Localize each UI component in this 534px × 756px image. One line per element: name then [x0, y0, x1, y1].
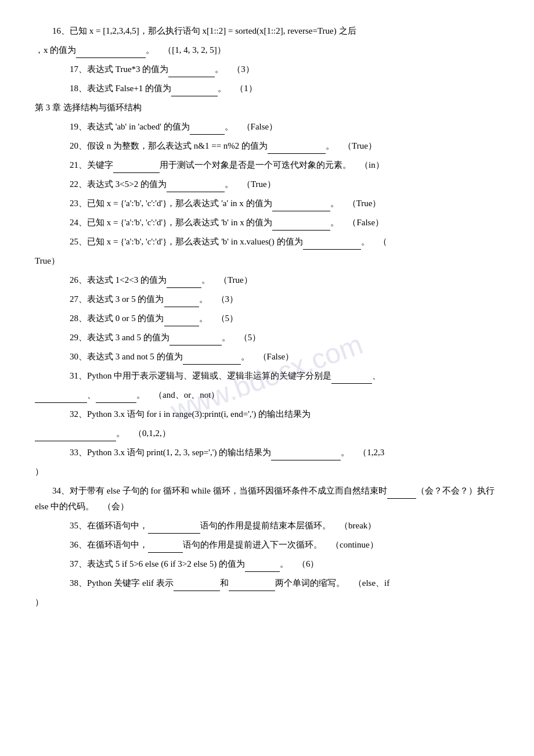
question-27: 27、表达式 3 or 5 的值为。 （3）: [35, 291, 499, 307]
blank-20: [268, 153, 326, 154]
answer-35: （break）: [340, 521, 376, 530]
answer-29: （5）: [239, 333, 261, 342]
question-16: 16、已知 x = [1,2,3,4,5]，那么执行语句 x[1::2] = s…: [35, 23, 499, 39]
question-33-cont: ）: [35, 464, 499, 480]
blank-23: [272, 211, 330, 211]
question-22: 22、表达式 3<5>2 的值为。 （True）: [35, 177, 499, 192]
answer-27: （3）: [217, 294, 239, 304]
question-26: 26、表达式 1<2<3 的值为。 （True）: [35, 272, 499, 288]
question-35: 35、在循环语句中，语句的作用是提前结束本层循环。 （break）: [35, 518, 499, 534]
question-37: 37、表达式 5 if 5>6 else (6 if 3>2 else 5) 的…: [35, 556, 499, 572]
answer-18: （1）: [235, 84, 257, 93]
answer-31: （and、or、not）: [154, 390, 219, 399]
blank-17: [168, 77, 215, 77]
answer-30: （False）: [258, 352, 294, 361]
question-18: 18、表达式 False+1 的值为。 （1）: [35, 81, 499, 96]
answer-19: （False）: [242, 122, 278, 131]
chapter-3-title: 第 3 章 选择结构与循环结构: [35, 100, 499, 116]
question-38-cont: ）: [35, 595, 499, 610]
answer-20: （True）: [343, 141, 377, 150]
question-28: 28、表达式 0 or 5 的值为。 （5）: [35, 311, 499, 326]
answer-24: （False）: [348, 218, 384, 227]
answer-22: （True）: [242, 179, 276, 189]
blank-34: [387, 498, 416, 499]
blank-19: [190, 134, 225, 135]
question-21: 21、关键字用于测试一个对象是否是一个可迭代对象的元素。 （in）: [35, 157, 499, 173]
answer-16: （[1, 4, 3, 2, 5]）: [163, 45, 226, 55]
question-25-cont: True）: [35, 253, 499, 269]
question-34: 34、对于带有 else 子句的 for 循环和 while 循环，当循环因循环…: [35, 483, 499, 514]
answer-23: （True）: [348, 199, 381, 208]
question-19: 19、表达式 'ab' in 'acbed' 的值为。 （False）: [35, 119, 499, 135]
answer-21: （in）: [360, 160, 384, 170]
blank-38a: [174, 591, 220, 591]
blank-36: [148, 552, 183, 553]
blank-29: [169, 345, 222, 345]
content: 16、已知 x = [1,2,3,4,5]，那么执行语句 x[1::2] = s…: [35, 23, 499, 610]
blank-25: [303, 249, 361, 250]
question-33: 33、Python 3.x 语句 print(1, 2, 3, sep=',')…: [35, 445, 499, 460]
blank-24: [272, 230, 330, 231]
answer-34: （会）: [103, 502, 129, 511]
blank-31a: [331, 383, 372, 384]
question-38: 38、Python 关键字 elif 表示和两个单词的缩写。 （else、if: [35, 575, 499, 591]
blank-30: [183, 364, 241, 365]
question-17: 17、表达式 True*3 的值为。 （3）: [35, 62, 499, 77]
blank-26: [167, 287, 201, 288]
blank-35: [148, 533, 200, 534]
blank-27: [164, 307, 199, 307]
question-31-cont: 、。 （and、or、not）: [35, 387, 499, 403]
blank-33: [271, 460, 341, 460]
answer-37: （6）: [297, 559, 319, 568]
answer-28: （5）: [217, 314, 239, 323]
blank-28: [164, 326, 199, 326]
question-23: 23、已知 x = {'a':'b', 'c':'d'}，那么表达式 'a' i…: [35, 196, 499, 211]
blank-31c: [96, 402, 136, 403]
question-36: 36、在循环语句中，语句的作用是提前进入下一次循环。 （continue）: [35, 537, 499, 553]
blank-18: [171, 96, 218, 96]
question-16-cont: ，x 的值为。 （[1, 4, 3, 2, 5]）: [35, 42, 499, 58]
blank-21: [113, 172, 160, 173]
question-24: 24、已知 x = {'a':'b', 'c':'d'}，那么表达式 'b' i…: [35, 215, 499, 231]
blank-31b: [35, 402, 87, 403]
question-32-cont: 。 （0,1,2,）: [35, 426, 499, 441]
question-29: 29、表达式 3 and 5 的值为。 （5）: [35, 330, 499, 345]
answer-17: （3）: [232, 64, 254, 74]
answer-32: （0,1,2,）: [134, 429, 171, 438]
blank-22: [167, 192, 225, 192]
question-30: 30、表达式 3 and not 5 的值为。 （False）: [35, 349, 499, 365]
question-25: 25、已知 x = {'a':'b', 'c':'d'}，那么表达式 'b' i…: [35, 234, 499, 250]
answer-36: （continue）: [331, 540, 378, 549]
answer-26: （True）: [219, 275, 252, 285]
question-32: 32、Python 3.x 语句 for i in range(3):print…: [35, 406, 499, 422]
question-20: 20、假设 n 为整数，那么表达式 n&1 == n%2 的值为。 （True）: [35, 138, 499, 154]
question-31: 31、Python 中用于表示逻辑与、逻辑或、逻辑非运算的关键字分别是、: [35, 368, 499, 384]
blank-38b: [229, 591, 275, 591]
blank-37: [245, 571, 280, 572]
blank-32: [35, 441, 116, 441]
blank-16: [76, 57, 146, 58]
